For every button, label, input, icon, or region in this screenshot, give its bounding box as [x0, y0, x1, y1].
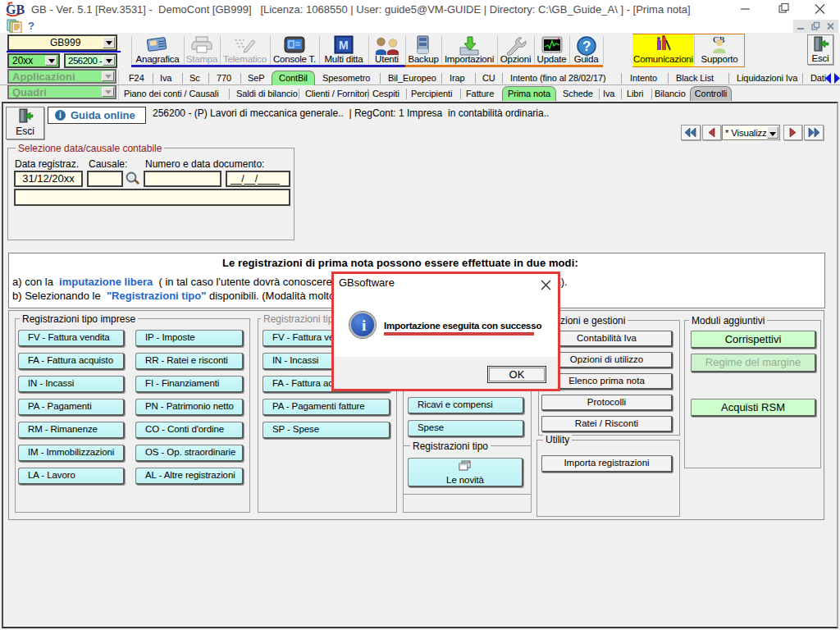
svg-text:M: M	[339, 39, 349, 52]
svg-text:GB: GB	[6, 2, 25, 16]
svg-text:?: ?	[582, 39, 591, 54]
